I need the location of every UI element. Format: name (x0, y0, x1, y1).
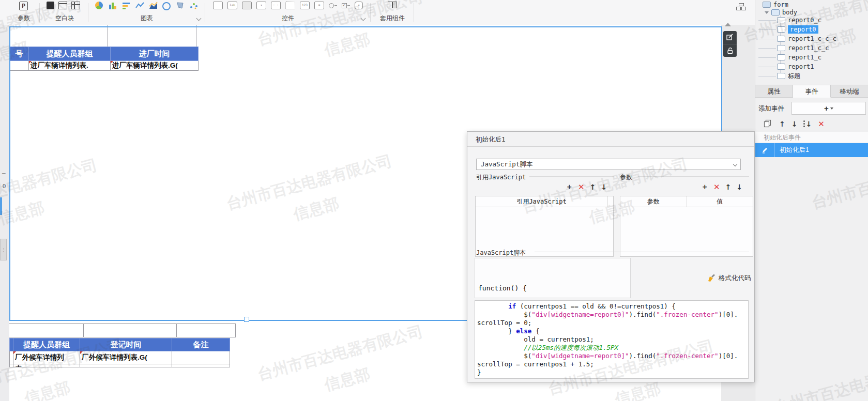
textfield-widget-icon[interactable] (213, 2, 223, 9)
caret-down-icon (830, 107, 833, 110)
pie-chart-icon[interactable] (95, 2, 104, 10)
event-list-item-selected[interactable]: 初始化后1 (755, 143, 868, 157)
edit-component-icon[interactable] (723, 31, 737, 44)
scroll-up-icon[interactable] (725, 23, 731, 26)
bar-chart-icon[interactable] (122, 2, 131, 10)
function-signature: function() { (478, 284, 527, 292)
column-chart-icon[interactable] (109, 2, 118, 10)
up-icon[interactable]: ↑ (590, 183, 596, 191)
data-cell[interactable] (10, 61, 29, 71)
component-checkbox-icon (777, 73, 785, 79)
header-cell[interactable]: 号 (10, 47, 29, 61)
tree-node-form[interactable]: form (763, 1, 788, 9)
toolbar-group-components: 套用组件 (374, 0, 410, 25)
map-chart-icon[interactable] (176, 2, 185, 10)
tree-node-report1_c_c_c[interactable]: report1_c_c_c (777, 35, 836, 43)
ref-js-table[interactable]: 引用JavaScript (475, 196, 614, 257)
combobox-widget-icon[interactable]: ▾ (256, 2, 266, 9)
move-up-icon[interactable]: ↑ (779, 120, 785, 128)
tree-node-report0_c[interactable]: report0_c (777, 16, 821, 24)
event-type-select[interactable]: JavaScript脚本 (476, 159, 741, 170)
data-cell[interactable] (172, 351, 230, 364)
grid-widget-icon[interactable] (285, 2, 295, 9)
component-checkbox-icon (777, 36, 785, 42)
tree-node-label: report1_c (788, 54, 821, 61)
splitter-handle[interactable]: ⋮ (0, 239, 7, 260)
chart-group-expand-icon[interactable] (196, 17, 201, 21)
tree-node-report1_c_c[interactable]: report1_c_c (777, 44, 829, 52)
remove-icon[interactable]: ✕ (578, 182, 585, 192)
header-cell[interactable] (10, 338, 13, 351)
header-cell[interactable]: 进厂时间 (111, 47, 199, 61)
toolbar-separator (39, 3, 40, 22)
textarea-widget-icon[interactable]: ≡ (314, 2, 324, 9)
bottom-report-table-header[interactable]: 提醒人员群组 登记时间 备注 厂外候车详情列 厂外候车详情列表.G( 表. (9, 338, 230, 367)
header-cell[interactable]: 备注 (172, 338, 230, 351)
add-icon[interactable]: ＋ (566, 182, 573, 192)
area-chart-icon[interactable] (149, 2, 158, 10)
radio-widget-icon[interactable] (329, 3, 337, 8)
add-event-button[interactable]: + (791, 102, 866, 115)
report-block-icon[interactable] (71, 2, 80, 9)
format-code-button[interactable]: 格式化代码 (707, 272, 751, 284)
query-widget-icon[interactable]: ⌕ (355, 2, 363, 9)
app-window: P 参数 空白块 图表 (0, 0, 868, 401)
tree-node-body[interactable]: body (765, 8, 797, 17)
data-cell[interactable]: 进厂车辆详情列表. (29, 61, 111, 71)
tree-node-report0[interactable]: report0 (777, 25, 818, 34)
delete-event-icon[interactable]: ✕ (818, 119, 825, 129)
toolbar-group-label: 参数 (10, 14, 37, 23)
down-icon[interactable]: ↓ (601, 183, 607, 191)
down-icon[interactable]: ↓ (736, 183, 742, 191)
toolbar-group-label: 控件 (209, 14, 367, 23)
button-widget-icon[interactable] (242, 2, 252, 9)
add-icon[interactable]: ＋ (701, 182, 708, 192)
header-cell[interactable]: 提醒人员群组 (13, 338, 80, 351)
edit-event-icon[interactable] (755, 143, 774, 157)
reuse-component-icon[interactable] (388, 2, 397, 8)
dialog-title[interactable]: 初始化后1 (467, 132, 754, 147)
header-cell[interactable]: 提醒人员群组 (29, 47, 111, 61)
label-widget-icon[interactable]: lab (227, 2, 237, 9)
tab-events[interactable]: 事件 (793, 85, 831, 98)
param-table[interactable]: 参数值 (620, 196, 753, 257)
data-cell[interactable] (10, 351, 13, 364)
checkgroup-widget-icon[interactable]: : : (271, 2, 281, 9)
lock-icon[interactable] (723, 44, 737, 57)
header-cell[interactable]: 登记时间 (80, 338, 172, 351)
tree-node-label: form (773, 1, 788, 8)
absolute-canvas-block-icon[interactable] (47, 2, 54, 9)
sort-events-icon[interactable]: ↓ (803, 120, 812, 128)
up-icon[interactable]: ↑ (725, 183, 732, 191)
code-editor[interactable]: if (currentpos1 == old && 0!=currentpos1… (475, 300, 749, 379)
top-report-table[interactable] (9, 25, 196, 47)
tab-block-icon[interactable] (58, 2, 67, 9)
scatter-chart-icon[interactable] (189, 2, 199, 10)
tab-mobile[interactable]: 移动端 (831, 85, 868, 98)
tree-node-report1_c[interactable]: report1_c (777, 53, 821, 61)
data-cell[interactable]: 厂外候车详情列 (13, 351, 80, 364)
bottom-report-table[interactable] (9, 323, 236, 337)
checkbox-widget-icon[interactable]: ✓ (342, 3, 350, 8)
line-chart-icon[interactable] (135, 2, 145, 10)
tab-properties[interactable]: 属性 (755, 85, 793, 98)
data-cell[interactable]: 进厂车辆详情列表.G( (111, 61, 199, 71)
widget-group-expand-icon[interactable] (361, 17, 365, 21)
data-cell[interactable]: 厂外候车详情列表.G( (80, 351, 172, 364)
clipped-cell[interactable]: 表. (13, 364, 80, 367)
tree-node-标题[interactable]: 标题 (777, 72, 800, 80)
remove-icon[interactable]: ✕ (713, 182, 720, 192)
gauge-chart-icon[interactable] (162, 2, 172, 10)
selection-resize-handle[interactable] (244, 317, 249, 322)
top-report-table-header[interactable]: 号 提醒人员群组 进厂时间 进厂车辆详情列表. 进厂车辆详情列表.G( (9, 47, 199, 71)
main-toolbar: P 参数 空白块 图表 (0, 0, 755, 25)
tree-node-report1[interactable]: report1 (777, 63, 814, 71)
code-line: $("div[widgetname=report0]").find(".froz… (477, 311, 748, 319)
copy-event-icon[interactable] (764, 119, 773, 129)
move-down-icon[interactable]: ↓ (791, 120, 798, 128)
collapse-arrow-icon[interactable] (765, 11, 769, 14)
code-line: scrollTop = 0; (477, 319, 748, 327)
parameter-icon[interactable]: P (19, 2, 28, 10)
number-widget-icon[interactable]: 123 (300, 2, 310, 9)
group-divider (535, 252, 749, 252)
